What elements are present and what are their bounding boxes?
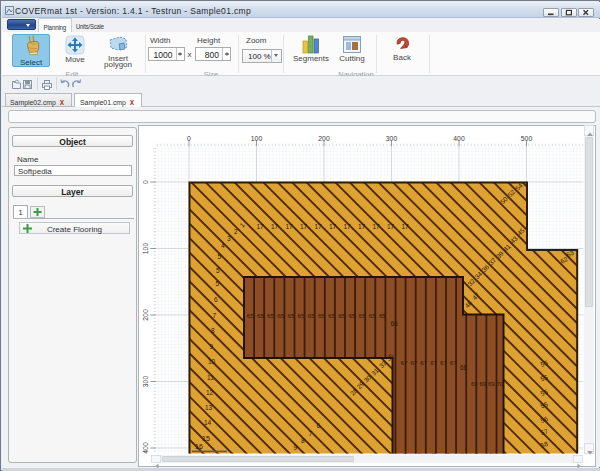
svg-text:67: 67: [410, 359, 417, 366]
svg-text:7: 7: [309, 430, 313, 437]
svg-text:17: 17: [257, 223, 265, 230]
svg-text:17: 17: [358, 223, 366, 230]
svg-text:5: 5: [218, 253, 222, 260]
svg-text:16: 16: [195, 443, 203, 450]
svg-text:17: 17: [344, 223, 352, 230]
svg-text:400: 400: [142, 442, 149, 454]
svg-text:67: 67: [440, 359, 447, 366]
svg-text:65: 65: [328, 312, 335, 319]
svg-text:65: 65: [257, 312, 264, 319]
svg-text:17: 17: [271, 223, 279, 230]
svg-text:65: 65: [369, 312, 376, 319]
svg-text:7: 7: [213, 312, 217, 319]
svg-text:65: 65: [348, 312, 355, 319]
svg-text:500: 500: [521, 135, 533, 142]
svg-text:10: 10: [208, 358, 216, 365]
svg-text:12: 12: [206, 389, 214, 396]
svg-text:8: 8: [301, 437, 305, 444]
svg-text:100: 100: [142, 243, 149, 255]
svg-text:6: 6: [317, 422, 321, 429]
svg-text:65: 65: [318, 312, 325, 319]
svg-text:66: 66: [391, 320, 399, 327]
svg-text:17: 17: [300, 223, 308, 230]
svg-text:67: 67: [420, 359, 427, 366]
svg-text:69: 69: [471, 381, 478, 387]
svg-text:9: 9: [294, 444, 298, 451]
svg-text:69: 69: [488, 381, 495, 387]
svg-text:67: 67: [450, 359, 457, 366]
svg-text:65: 65: [298, 312, 305, 319]
svg-text:17: 17: [373, 223, 381, 230]
svg-text:65: 65: [277, 312, 284, 319]
svg-text:300: 300: [142, 376, 149, 388]
svg-text:65: 65: [287, 312, 294, 319]
svg-text:69: 69: [480, 381, 487, 387]
svg-text:17: 17: [329, 223, 337, 230]
svg-text:6: 6: [214, 296, 218, 303]
svg-text:67: 67: [430, 359, 437, 366]
svg-text:17: 17: [315, 223, 323, 230]
svg-text:15: 15: [202, 435, 210, 442]
svg-text:5: 5: [216, 267, 220, 274]
svg-text:9: 9: [210, 343, 214, 350]
svg-text:100: 100: [251, 135, 263, 142]
svg-text:200: 200: [318, 135, 330, 142]
svg-text:5: 5: [216, 280, 220, 287]
svg-text:68: 68: [460, 364, 468, 371]
svg-text:65: 65: [267, 312, 274, 319]
svg-text:2: 2: [234, 228, 238, 235]
svg-text:65: 65: [379, 312, 386, 319]
svg-text:65: 65: [338, 312, 345, 319]
svg-text:14: 14: [204, 419, 212, 426]
svg-text:65: 65: [247, 312, 254, 319]
svg-text:17: 17: [387, 223, 395, 230]
svg-text:0: 0: [187, 135, 191, 142]
svg-text:8: 8: [211, 327, 215, 334]
svg-text:0: 0: [142, 180, 149, 184]
svg-text:200: 200: [142, 309, 149, 321]
svg-text:17: 17: [402, 223, 410, 230]
svg-text:3: 3: [227, 235, 231, 242]
svg-text:65: 65: [359, 312, 366, 319]
svg-text:13: 13: [205, 404, 213, 411]
svg-text:400: 400: [453, 135, 465, 142]
svg-text:70: 70: [497, 381, 504, 387]
svg-text:11: 11: [207, 374, 214, 381]
svg-text:4: 4: [221, 242, 225, 249]
svg-text:65: 65: [308, 312, 315, 319]
svg-text:17: 17: [286, 223, 294, 230]
svg-text:67: 67: [401, 359, 408, 366]
svg-text:300: 300: [386, 135, 398, 142]
